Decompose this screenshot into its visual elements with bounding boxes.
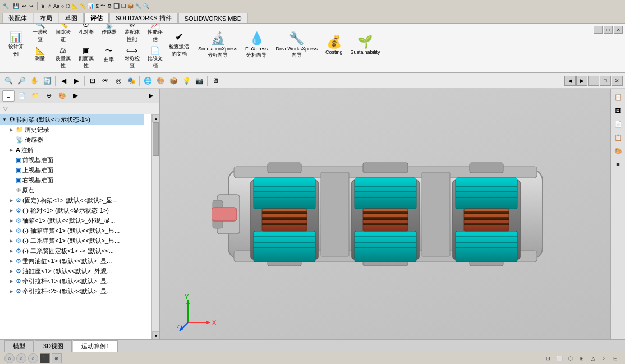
qt-btn-16[interactable]: ❏ bbox=[121, 3, 126, 9]
qt-btn-6[interactable]: Aa bbox=[53, 3, 59, 9]
status-right-icon-6[interactable]: Σ bbox=[599, 353, 609, 363]
view-btn-hide[interactable]: 👁 bbox=[99, 75, 112, 87]
viewport[interactable]: X Y Z 📋 🖼 📄 📋 🎨 ≡ bbox=[160, 89, 625, 339]
qt-btn-14[interactable]: ⚙ bbox=[107, 3, 112, 9]
vp-ctrl-4[interactable]: □ bbox=[600, 76, 611, 86]
drive-works-xpress-button[interactable]: 🔧 DriveWorksXpress向导 bbox=[272, 25, 321, 72]
view-btn-previous[interactable]: ◀ bbox=[57, 75, 70, 87]
mass-prop-button[interactable]: ⚖ 质量属性 bbox=[52, 45, 74, 71]
view-btn-zoom-fit[interactable]: 🔍 bbox=[2, 75, 15, 87]
ribbon-window-btn-3[interactable]: ✕ bbox=[614, 26, 623, 34]
tree-item-history[interactable]: ▶ 📁 历史记录 bbox=[0, 125, 144, 135]
tab-sw-mbd[interactable]: SOLIDWORKS MBD bbox=[178, 13, 248, 23]
measure-button[interactable]: 📐 测量 bbox=[29, 45, 51, 71]
view-btn-render[interactable]: 🎭 bbox=[125, 75, 137, 87]
bottom-tab-model[interactable]: 模型 bbox=[4, 340, 34, 352]
status-right-icon-5[interactable]: △ bbox=[588, 353, 598, 363]
design-example-button[interactable]: 📊 设计算例 bbox=[3, 27, 28, 62]
tree-root-item[interactable]: ▼ ⚙ 转向架 (默认<显示状态-1>) bbox=[0, 114, 144, 125]
view-btn-color[interactable]: 🎨 bbox=[154, 75, 167, 87]
tree-item-annotation[interactable]: ▶ A 注解 bbox=[0, 145, 144, 155]
tree-item-cylinder-seat[interactable]: ▶ ⚙ 油缸座<1> (默认<<默认>_外观... bbox=[0, 266, 144, 276]
tree-item-spring-plate[interactable]: ▶ ⚙ (-) 二系簧固定板<1> -> (默认<<... bbox=[0, 246, 144, 256]
compare-doc-button[interactable]: 📄 比较文档 bbox=[144, 45, 166, 71]
view-btn-section[interactable]: ⊡ bbox=[86, 75, 99, 87]
qt-btn-1[interactable]: 💾 bbox=[13, 3, 19, 9]
panel-tab-motion[interactable]: ▶ bbox=[70, 90, 82, 102]
view-btn-pan[interactable]: ✋ bbox=[28, 75, 40, 87]
qt-btn-17[interactable]: 📦 bbox=[127, 3, 134, 9]
panel-tab-featuremgr[interactable]: ≡ bbox=[2, 90, 15, 102]
tab-sketch[interactable]: 草图 bbox=[59, 13, 84, 23]
assembly-perf-button[interactable]: ⚙ 装配体性能 bbox=[121, 24, 143, 44]
tree-item-axle-spring[interactable]: ▶ ⚙ (-) 轴箱弹簧<1> (默认<<默认>_显... bbox=[0, 225, 144, 236]
tree-item-traction-rod[interactable]: ▶ ⚙ 牵引拉杆<1> (默认<<默认>_显... bbox=[0, 276, 144, 286]
tree-scrollbar[interactable]: ▲ ▼ bbox=[151, 114, 159, 339]
tree-item-traction-rod2[interactable]: ▶ ⚙ 牵引拉杆<2> (默认<<默认>_显... bbox=[0, 286, 144, 296]
status-right-icon-4[interactable]: ⊞ bbox=[577, 353, 587, 363]
status-right-icon-7[interactable]: ⊟ bbox=[610, 353, 621, 363]
scroll-up-arrow[interactable]: ▲ bbox=[152, 114, 159, 122]
scroll-down-arrow[interactable]: ▼ bbox=[152, 331, 159, 339]
tree-item-vert-cylinder[interactable]: ▶ ⚙ 垂向油缸<1> (默认<<默认>_显... bbox=[0, 256, 144, 266]
view-btn-scene[interactable]: 📦 bbox=[167, 75, 180, 87]
scroll-thumb[interactable] bbox=[153, 122, 159, 156]
vp-ctrl-3[interactable]: ─ bbox=[588, 76, 599, 86]
status-icon-4[interactable]: ⬛ bbox=[40, 353, 50, 363]
qt-btn-12[interactable]: Σ bbox=[95, 3, 99, 9]
view-btn-lights[interactable]: 💡 bbox=[180, 75, 192, 87]
qt-btn-15[interactable]: 🔲 bbox=[113, 3, 120, 9]
rs-btn-3[interactable]: 📄 bbox=[612, 118, 624, 130]
tree-item-frame[interactable]: ▶ ⚙ (固定) 构架<1> (默认<<默认>_显... bbox=[0, 195, 144, 205]
view-btn-display[interactable]: ◎ bbox=[112, 75, 125, 87]
tree-item-wheel[interactable]: ▶ ⚙ (-) 轮对<1> (默认<显示状态-1>) bbox=[0, 205, 144, 215]
view-btn-zoom-in[interactable]: 🔎 bbox=[15, 75, 27, 87]
status-icon-5[interactable]: ⊕ bbox=[52, 353, 62, 363]
perf-eval-button[interactable]: 📈 性能评估 bbox=[144, 24, 166, 44]
tree-item-second-spring[interactable]: ▶ ⚙ (-) 二系弹簧<1> (默认<<默认>_显... bbox=[0, 236, 144, 246]
tree-item-top-plane[interactable]: ▣ 上视基准面 bbox=[0, 165, 144, 175]
panel-tab-confmgr[interactable]: 📁 bbox=[29, 90, 42, 102]
status-right-icon-2[interactable]: ⬜ bbox=[554, 353, 564, 363]
bottom-tab-3dview[interactable]: 3D视图 bbox=[35, 340, 72, 352]
tree-item-right-plane[interactable]: ▣ 右视基准面 bbox=[0, 175, 144, 185]
rs-btn-2[interactable]: 🖼 bbox=[612, 104, 624, 117]
check-active-doc-button[interactable]: ✔ 检查激活的文档 bbox=[167, 27, 191, 62]
rs-btn-4[interactable]: 📋 bbox=[612, 131, 624, 144]
costing-button[interactable]: 💰 Costing bbox=[321, 25, 347, 72]
tree-item-sensor[interactable]: 📡 传感器 bbox=[0, 135, 144, 145]
qt-btn-11[interactable]: 📊 bbox=[88, 3, 94, 9]
qt-btn-3[interactable]: ↪ bbox=[29, 3, 34, 9]
panel-more-btn[interactable]: ▶ bbox=[145, 90, 157, 102]
rs-btn-1[interactable]: 📋 bbox=[612, 91, 624, 103]
tab-evaluate[interactable]: 评估 bbox=[84, 13, 109, 23]
bottom-tab-motion[interactable]: 运动算例1 bbox=[73, 340, 118, 352]
tab-sw-plugins[interactable]: SOLIDWORKS 插件 bbox=[109, 13, 178, 23]
sym-check-button[interactable]: ⟺ 对称检查 bbox=[121, 45, 143, 71]
interference-check-button[interactable]: 🔍 干涉检查 bbox=[29, 24, 51, 44]
panel-tab-propmgr[interactable]: 📄 bbox=[16, 90, 28, 102]
status-icon-2[interactable]: ○ bbox=[16, 353, 26, 363]
tree-item-origin[interactable]: ✙ 原点 bbox=[0, 185, 144, 195]
sustainability-button[interactable]: 🌱 Sustainability bbox=[346, 25, 384, 72]
tab-assembly[interactable]: 装配体 bbox=[2, 13, 33, 23]
vp-ctrl-5[interactable]: ✕ bbox=[612, 76, 623, 86]
status-icon-3[interactable]: ○ bbox=[28, 353, 38, 363]
view-btn-appearance[interactable]: 🌐 bbox=[141, 75, 154, 87]
hole-align-button[interactable]: ⊙ 孔对齐 bbox=[75, 24, 97, 44]
section-prop-button[interactable]: ▣ 剖面属性 bbox=[75, 45, 97, 71]
clearance-verify-button[interactable]: 📏 间隙验证 bbox=[52, 24, 74, 44]
flo-xpress-button[interactable]: 💧 FloXpress分析向导 bbox=[241, 25, 272, 72]
qt-btn-4[interactable]: 🖱 bbox=[40, 3, 45, 9]
tree-item-front-plane[interactable]: ▣ 前视基准面 bbox=[0, 155, 144, 165]
ribbon-window-btn-2[interactable]: □ bbox=[604, 26, 613, 34]
qt-btn-5[interactable]: ↗ bbox=[47, 3, 52, 9]
simulation-xpress-button[interactable]: 🔬 SimulationXpress分析向导 bbox=[194, 25, 241, 72]
qt-btn-7[interactable]: ○ bbox=[61, 3, 64, 9]
qt-btn-13[interactable]: 〜 bbox=[100, 2, 105, 10]
vp-ctrl-2[interactable]: ▶ bbox=[576, 76, 587, 86]
ribbon-window-btn-1[interactable]: ─ bbox=[594, 26, 603, 34]
panel-tab-display[interactable]: 🎨 bbox=[56, 90, 68, 102]
tab-layout[interactable]: 布局 bbox=[34, 13, 58, 23]
view-btn-rotate[interactable]: 🔄 bbox=[41, 75, 53, 87]
